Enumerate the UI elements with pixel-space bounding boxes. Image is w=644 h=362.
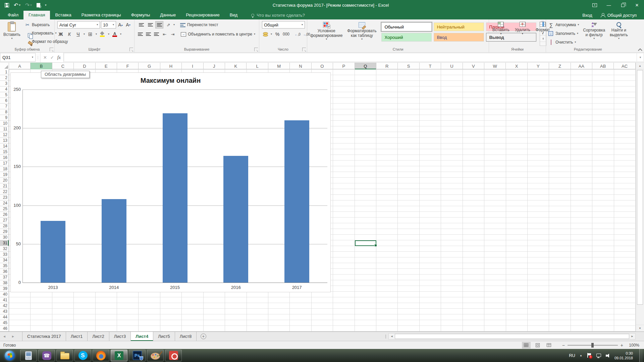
row-header-27[interactable]: 27 [0,218,9,223]
row-header-7[interactable]: 7 [0,104,9,109]
save-button[interactable] [5,3,9,7]
bar-2014[interactable] [102,199,126,283]
column-header-E[interactable]: E [96,63,117,69]
column-header-AA[interactable]: AA [571,63,592,69]
column-header-M[interactable]: M [268,63,290,69]
row-header-25[interactable]: 25 [0,206,9,212]
clear-button[interactable]: Очистить▾ [547,38,580,46]
accounting-format-button[interactable] [262,31,269,38]
increase-font-button[interactable]: A▴ [117,21,124,28]
insert-function-button[interactable]: fx [57,55,61,60]
ribbon-tab-view[interactable]: Вид [225,11,243,19]
align-top-button[interactable] [137,21,145,28]
fill-button[interactable]: ↓Заполнить▾ [547,30,580,38]
sheet-tab-list1[interactable]: Лист1 [66,332,88,341]
vertical-scrollbar[interactable]: ▲ ▼ [636,63,644,331]
clock[interactable]: 0:30 09.01.2018 [614,351,635,360]
column-header-AC[interactable]: AC [614,63,635,69]
column-header-A[interactable]: A [9,63,31,69]
clipboard-dialog-launcher[interactable] [50,48,53,51]
row-header-15[interactable]: 15 [0,149,9,155]
show-desktop-button[interactable] [639,349,643,362]
increase-decimal-button[interactable]: ←,0 [294,31,301,38]
row-header-10[interactable]: 10 [0,121,9,126]
row-header-38[interactable]: 38 [0,280,9,286]
ribbon-tab-insert[interactable]: Вставка [50,11,76,19]
ribbon-tab-data[interactable]: Данные [155,11,181,19]
row-header-37[interactable]: 37 [0,275,9,280]
row-header-39[interactable]: 39 [0,286,9,292]
row-header-9[interactable]: 9 [0,115,9,121]
row-header-5[interactable]: 5 [0,92,9,98]
decrease-font-button[interactable]: A▾ [125,21,131,28]
column-header-V[interactable]: V [463,63,484,69]
print-preview-button[interactable] [37,3,40,7]
expand-formula-bar-button[interactable]: ▾ [637,53,644,62]
taskbar-excel-button[interactable]: X [111,350,127,361]
row-header-4[interactable]: 4 [0,86,9,92]
taskbar-screenshot-button[interactable] [165,350,182,361]
row-header-17[interactable]: 17 [0,161,9,166]
row-header-44[interactable]: 44 [0,314,9,320]
horizontal-scroll-thumb[interactable] [395,334,629,339]
page-break-view-button[interactable] [545,342,553,349]
row-header-23[interactable]: 23 [0,195,9,200]
tell-me-box[interactable]: Что вы хотите сделать? [251,13,305,18]
row-header-28[interactable]: 28 [0,223,9,229]
row-header-30[interactable]: 30 [0,235,9,240]
chart-object[interactable]: Максимум онлайн 250200150100500201320142… [10,72,331,292]
row-header-41[interactable]: 41 [0,297,9,303]
scroll-down-button[interactable]: ▼ [636,325,644,331]
sheet-nav-left-button[interactable]: ◄ [0,332,9,341]
align-left-button[interactable] [137,31,143,38]
bar-2016[interactable] [223,156,248,283]
row-header-26[interactable]: 26 [0,212,9,218]
align-right-button[interactable] [153,31,159,38]
fill-color-button[interactable] [99,31,106,38]
autosum-button[interactable]: ∑Автосумма▾ [547,21,580,29]
row-header-43[interactable]: 43 [0,309,9,314]
number-format-combo[interactable]: Общий▾ [262,21,305,28]
zoom-slider[interactable]: − + [562,343,623,348]
row-header-35[interactable]: 35 [0,263,9,269]
start-button[interactable] [1,349,19,362]
paste-button[interactable]: Вставить ▾ [1,21,22,46]
selected-cell-q31[interactable] [355,240,376,246]
sheet-tab-list2[interactable]: Лист2 [88,332,109,341]
decrease-indent-button[interactable]: ⇤ [162,31,168,38]
row-header-45[interactable]: 45 [0,320,9,326]
row-header-31[interactable]: 31 [0,240,9,246]
sheet-nav-right-button[interactable]: ► [9,332,17,341]
column-header-S[interactable]: S [398,63,419,69]
row-header-6[interactable]: 6 [0,98,9,104]
alignment-dialog-launcher[interactable] [254,48,258,51]
taskbar-skype-button[interactable]: S [74,350,91,361]
cancel-entry-button[interactable]: ✕ [43,55,47,60]
sheet-tab-list5[interactable]: Лист5 [153,332,175,341]
normal-view-button[interactable] [522,342,531,349]
row-header-36[interactable]: 36 [0,269,9,275]
row-header-13[interactable]: 13 [0,138,9,143]
row-header-40[interactable]: 40 [0,292,9,297]
column-header-Z[interactable]: Z [549,63,571,69]
zoom-thumb[interactable] [591,343,594,348]
column-header-AB[interactable]: AB [592,63,614,69]
taskbar-photoshop-button[interactable]: Ps [129,350,146,361]
ribbon-tab-formulas[interactable]: Формулы [126,11,155,19]
customize-quick-access-button[interactable]: ▾ [45,3,47,7]
scroll-left-button[interactable]: ◄ [389,334,395,339]
horizontal-scrollbar[interactable]: ◄ ► [388,333,636,340]
orientation-button[interactable]: ⇗ [164,21,172,28]
column-header-N[interactable]: N [290,63,311,69]
row-header-21[interactable]: 21 [0,183,9,189]
name-box[interactable]: Q31▾ [0,53,36,62]
sheet-tab-list3[interactable]: Лист3 [109,332,131,341]
taskbar-calculator-button[interactable] [20,350,37,361]
redo-button[interactable]: ↷▾ [25,3,32,7]
row-header-1[interactable]: 1 [0,69,9,75]
action-center-icon[interactable]: ✕ [587,353,591,358]
row-header-16[interactable]: 16 [0,155,9,161]
align-middle-button[interactable] [146,21,154,28]
row-header-34[interactable]: 34 [0,257,9,263]
increase-indent-button[interactable]: ⇥ [170,31,176,38]
